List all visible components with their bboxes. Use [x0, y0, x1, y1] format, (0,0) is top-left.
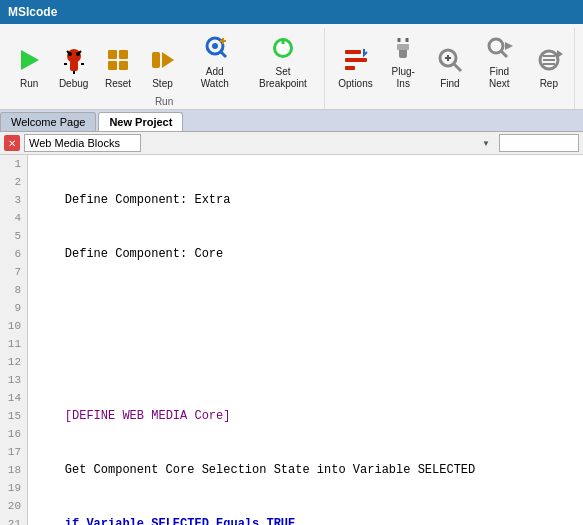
title-label: MSIcode — [8, 5, 57, 19]
rep-label: Rep — [540, 78, 558, 90]
set-breakpoint-label: Set Breakpoint — [252, 66, 314, 90]
code-content[interactable]: Define Component: Extra Define Component… — [28, 155, 583, 525]
editor-tabs: Welcome Page New Project — [0, 110, 583, 132]
svg-point-35 — [489, 39, 503, 53]
tab-welcome-page[interactable]: Welcome Page — [0, 112, 96, 131]
svg-rect-2 — [70, 61, 78, 71]
svg-rect-24 — [345, 50, 361, 54]
line-num-8: 8 — [6, 281, 21, 299]
svg-rect-26 — [345, 66, 355, 70]
component-dropdown[interactable]: Web Media Blocks — [24, 134, 141, 152]
line-num-18: 18 — [6, 461, 21, 479]
set-breakpoint-icon — [267, 32, 299, 64]
options-icon — [340, 44, 372, 76]
ribbon-group-run: Run — [4, 28, 325, 109]
svg-rect-10 — [108, 50, 117, 59]
svg-line-36 — [501, 51, 507, 57]
code-line-3 — [36, 299, 575, 317]
set-breakpoint-button[interactable]: Set Breakpoint — [246, 28, 320, 94]
run-group-label: Run — [8, 94, 320, 109]
plug-ins-icon — [387, 32, 419, 64]
reset-icon — [102, 44, 134, 76]
find-button[interactable]: Find — [429, 40, 471, 94]
code-line-7: if Variable SELECTED Equals TRUE — [36, 515, 575, 525]
find-next-icon — [483, 32, 515, 64]
find-next-label: Find Next — [479, 66, 520, 90]
svg-rect-12 — [108, 61, 117, 70]
svg-rect-13 — [119, 61, 128, 70]
search-input[interactable] — [499, 134, 579, 152]
line-num-9: 9 — [6, 299, 21, 317]
run-button[interactable]: Run — [8, 40, 50, 94]
svg-marker-37 — [505, 42, 513, 50]
component-dropdown-wrapper: Web Media Blocks — [24, 134, 495, 152]
code-line-1: Define Component: Extra — [36, 191, 575, 209]
line-num-17: 17 — [6, 443, 21, 461]
find-next-button[interactable]: Find Next — [473, 28, 526, 94]
ribbon: Run — [0, 24, 583, 110]
line-num-14: 14 — [6, 389, 21, 407]
svg-point-1 — [67, 49, 81, 63]
svg-rect-28 — [397, 44, 409, 50]
rep-button[interactable]: Rep — [528, 40, 570, 94]
svg-line-32 — [454, 64, 461, 71]
line-num-19: 19 — [6, 479, 21, 497]
svg-line-18 — [221, 52, 226, 57]
add-watch-button[interactable]: Add Watch — [186, 28, 244, 94]
line-num-11: 11 — [6, 335, 21, 353]
reset-button[interactable]: Reset — [97, 40, 139, 94]
run-icon — [13, 44, 45, 76]
code-area: 1 2 3 4 5 6 7 8 9 10 11 12 13 14 15 16 1… — [0, 155, 583, 525]
reset-label: Reset — [105, 78, 131, 90]
add-watch-icon — [199, 32, 231, 64]
line-num-2: 2 — [6, 173, 21, 191]
tab-new-project[interactable]: New Project — [98, 112, 183, 131]
ribbon-group-tools: Options Plug-Ins — [329, 28, 575, 109]
close-editor-button[interactable]: ✕ — [4, 135, 20, 151]
line-num-12: 12 — [6, 353, 21, 371]
svg-rect-25 — [345, 58, 367, 62]
debug-button[interactable]: Debug — [52, 40, 94, 94]
find-icon — [434, 44, 466, 76]
code-line-4 — [36, 353, 575, 371]
line-num-13: 13 — [6, 371, 21, 389]
editor-toolbar: ✕ Web Media Blocks — [0, 132, 583, 155]
add-watch-label: Add Watch — [192, 66, 238, 90]
svg-marker-42 — [557, 50, 563, 58]
debug-label: Debug — [59, 78, 88, 90]
step-icon — [146, 44, 178, 76]
line-num-7: 7 — [6, 263, 21, 281]
line-num-1: 1 — [6, 155, 21, 173]
line-num-16: 16 — [6, 425, 21, 443]
line-num-6: 6 — [6, 245, 21, 263]
find-label: Find — [440, 78, 459, 90]
run-label: Run — [20, 78, 38, 90]
svg-marker-0 — [21, 50, 39, 70]
line-num-10: 10 — [6, 317, 21, 335]
rep-icon — [533, 44, 565, 76]
step-label: Step — [152, 78, 173, 90]
svg-rect-14 — [152, 52, 160, 68]
tools-group-label — [333, 94, 570, 98]
line-num-4: 4 — [6, 209, 21, 227]
svg-point-17 — [212, 43, 218, 49]
options-label: Options — [338, 78, 372, 90]
plug-ins-button[interactable]: Plug-Ins — [380, 28, 427, 94]
plug-ins-label: Plug-Ins — [386, 66, 421, 90]
line-num-15: 15 — [6, 407, 21, 425]
debug-icon — [58, 44, 90, 76]
line-num-5: 5 — [6, 227, 21, 245]
editor-container: Welcome Page New Project ✕ Web Media Blo… — [0, 110, 583, 525]
svg-marker-15 — [162, 52, 174, 68]
svg-rect-11 — [119, 50, 128, 59]
code-line-6: Get Component Core Selection State into … — [36, 461, 575, 479]
line-num-3: 3 — [6, 191, 21, 209]
ribbon-content: Run — [0, 24, 583, 109]
line-numbers: 1 2 3 4 5 6 7 8 9 10 11 12 13 14 15 16 1… — [0, 155, 28, 525]
code-line-5: [DEFINE WEB MEDIA Core] — [36, 407, 575, 425]
step-button[interactable]: Step — [141, 40, 183, 94]
line-num-20: 20 — [6, 497, 21, 515]
line-num-21: 21 — [6, 515, 21, 525]
run-group-items: Run — [8, 28, 320, 94]
options-button[interactable]: Options — [333, 40, 378, 94]
